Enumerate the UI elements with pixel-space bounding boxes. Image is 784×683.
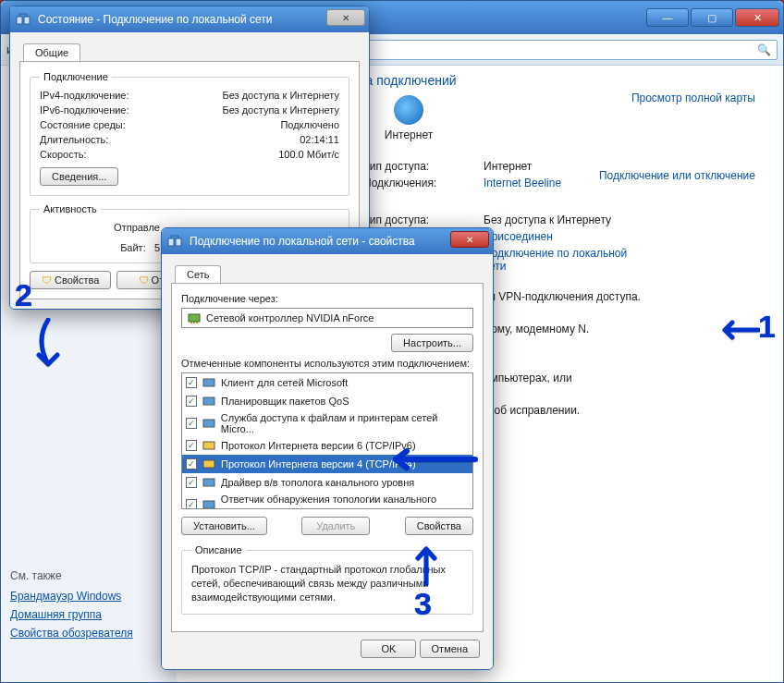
checkbox-icon[interactable]: ✓ bbox=[186, 499, 197, 509]
tab-general[interactable]: Общие bbox=[23, 43, 80, 61]
kv-value: Без доступа к Интернету bbox=[484, 213, 753, 226]
kv-label: Тип доступа: bbox=[363, 213, 484, 226]
sidebar-link-ieprops[interactable]: Свойства обозревателя bbox=[10, 627, 133, 640]
network-icon bbox=[167, 233, 182, 248]
kv-label: Тип доступа: bbox=[363, 160, 484, 173]
kv-label: Длительность: bbox=[40, 134, 178, 145]
svg-rect-9 bbox=[203, 397, 214, 405]
shield-icon: 🛡 bbox=[42, 274, 52, 286]
maximize-button[interactable]: ▢ bbox=[691, 8, 733, 27]
shield-icon: 🛡 bbox=[139, 274, 149, 286]
cancel-button[interactable]: Отмена bbox=[420, 640, 480, 658]
close-button[interactable]: ✕ bbox=[735, 8, 779, 27]
svg-rect-4 bbox=[189, 314, 200, 322]
description-text: Протокол TCP/IP - стандартный протокол г… bbox=[191, 563, 463, 604]
checkbox-icon[interactable]: ✓ bbox=[186, 418, 197, 429]
svg-rect-1 bbox=[24, 17, 30, 24]
status-dialog-titlebar[interactable]: Состояние - Подключение по локальной сет… bbox=[10, 6, 369, 32]
svg-rect-11 bbox=[203, 442, 214, 449]
component-label: Протокол Интернета версии 4 (TCP/IPv4) bbox=[221, 458, 416, 470]
protocol-icon bbox=[202, 394, 215, 409]
kv-label: Скорость: bbox=[40, 149, 178, 160]
component-label: Драйвер в/в тополога канального уровня bbox=[221, 477, 414, 488]
component-item[interactable]: ✓Драйвер в/в тополога канального уровня bbox=[182, 473, 472, 492]
protocol-icon bbox=[202, 497, 215, 509]
bytes-label: Байт: bbox=[120, 242, 146, 253]
svg-rect-8 bbox=[203, 379, 214, 386]
kv-label: Подключения: bbox=[363, 177, 484, 189]
protocol-icon bbox=[202, 438, 215, 453]
connect-via-label: Подключение через: bbox=[181, 293, 473, 304]
component-item[interactable]: ✓Протокол Интернета версии 6 (TCP/IPv6) bbox=[182, 436, 472, 455]
component-item[interactable]: ✓Протокол Интернета версии 4 (TCP/IPv4) bbox=[182, 455, 472, 473]
svg-rect-13 bbox=[203, 479, 214, 486]
svg-rect-3 bbox=[176, 238, 181, 246]
properties-dialog-body: Сеть Подключение через: Сетевой контролл… bbox=[162, 254, 493, 669]
network-icon-internet[interactable]: Интернет bbox=[385, 95, 433, 141]
search-icon: 🔍 bbox=[757, 43, 771, 56]
properties-dialog-titlebar[interactable]: Подключение по локальной сети - свойства… bbox=[162, 228, 493, 254]
details-button[interactable]: Сведения... bbox=[40, 167, 118, 186]
remove-button: Удалить bbox=[301, 517, 370, 535]
component-label: Служба доступа к файлам и принтерам сете… bbox=[221, 412, 469, 434]
properties-dialog-title: Подключение по локальной сети - свойства bbox=[190, 235, 415, 248]
install-button[interactable]: Установить... bbox=[181, 517, 267, 535]
protocol-icon bbox=[202, 457, 215, 471]
component-item[interactable]: ✓Планировщик пакетов QoS bbox=[182, 392, 472, 410]
component-label: Клиент для сетей Microsoft bbox=[221, 377, 348, 388]
properties-close-button[interactable]: ✕ bbox=[450, 231, 489, 248]
adapter-box: Сетевой контроллер NVIDIA nForce bbox=[181, 308, 473, 328]
kv-label: Состояние среды: bbox=[40, 119, 178, 130]
status-dialog-title: Состояние - Подключение по локальной сет… bbox=[38, 13, 273, 26]
network-icon bbox=[16, 11, 31, 26]
configure-button[interactable]: Настроить... bbox=[391, 334, 473, 352]
see-also-heading: См. также bbox=[10, 569, 133, 582]
properties-dialog: Подключение по локальной сети - свойства… bbox=[161, 227, 494, 670]
svg-rect-7 bbox=[196, 322, 198, 323]
component-item[interactable]: ✓Служба доступа к файлам и принтерам сет… bbox=[182, 410, 472, 436]
protocol-icon bbox=[202, 416, 215, 431]
components-label: Отмеченные компоненты используются этим … bbox=[181, 358, 473, 369]
checkbox-icon[interactable]: ✓ bbox=[186, 477, 197, 488]
link-connect-disconnect[interactable]: Подключение или отключение bbox=[599, 169, 755, 182]
svg-rect-14 bbox=[203, 501, 214, 508]
components-listbox[interactable]: ✓Клиент для сетей Microsoft✓Планировщик … bbox=[181, 372, 473, 509]
group-connection: Подключение IPv4-подключение:Без доступа… bbox=[30, 71, 349, 196]
tab-network[interactable]: Сеть bbox=[175, 265, 221, 283]
svg-rect-5 bbox=[190, 322, 192, 323]
kv-label: IPv4-подключение: bbox=[40, 90, 178, 101]
status-properties-button[interactable]: 🛡 Свойства bbox=[30, 271, 111, 289]
sidebar-link-firewall[interactable]: Брандмауэр Windows bbox=[10, 590, 133, 603]
checkbox-icon[interactable]: ✓ bbox=[186, 396, 197, 407]
checkbox-icon[interactable]: ✓ bbox=[186, 458, 197, 470]
component-item[interactable]: ✓Клиент для сетей Microsoft bbox=[182, 373, 472, 392]
kv-value: 02:14:11 bbox=[178, 134, 339, 145]
globe-icon bbox=[394, 95, 423, 125]
ok-button[interactable]: OK bbox=[361, 640, 416, 658]
bytes-sent-value: 5 bbox=[154, 242, 160, 253]
svg-rect-10 bbox=[203, 420, 214, 427]
kv-value: Без доступа к Интернету bbox=[178, 104, 339, 116]
component-label: Протокол Интернета версии 6 (TCP/IPv6) bbox=[221, 440, 416, 451]
link-view-map[interactable]: Просмотр полной карты bbox=[631, 91, 755, 104]
kv-value: Без доступа к Интернету bbox=[178, 90, 339, 101]
protocol-icon bbox=[202, 375, 215, 390]
connection-link-lan[interactable]: Подключение по локальной сети bbox=[484, 247, 650, 273]
svg-rect-6 bbox=[193, 322, 195, 323]
adapter-name: Сетевой контроллер NVIDIA nForce bbox=[206, 312, 374, 323]
kv-value: 100.0 Мбит/с bbox=[178, 149, 339, 160]
component-label: Планировщик пакетов QoS bbox=[221, 396, 349, 407]
homegroup-link[interactable]: Присоединен bbox=[484, 230, 753, 243]
minimize-button[interactable]: — bbox=[646, 8, 689, 27]
kv-value: Подключено bbox=[178, 119, 339, 130]
kv-label: IPv6-подключение: bbox=[40, 104, 178, 116]
component-item[interactable]: ✓Ответчик обнаружения топологии канально… bbox=[182, 492, 472, 509]
status-close-button[interactable]: ✕ bbox=[326, 9, 365, 26]
sent-label: Отправле bbox=[40, 222, 160, 233]
svg-rect-12 bbox=[203, 460, 214, 468]
component-properties-button[interactable]: Свойства bbox=[405, 517, 473, 535]
svg-rect-2 bbox=[168, 238, 174, 246]
checkbox-icon[interactable]: ✓ bbox=[186, 377, 197, 388]
sidebar-link-homegroup[interactable]: Домашняя группа bbox=[10, 608, 133, 621]
checkbox-icon[interactable]: ✓ bbox=[186, 440, 197, 451]
